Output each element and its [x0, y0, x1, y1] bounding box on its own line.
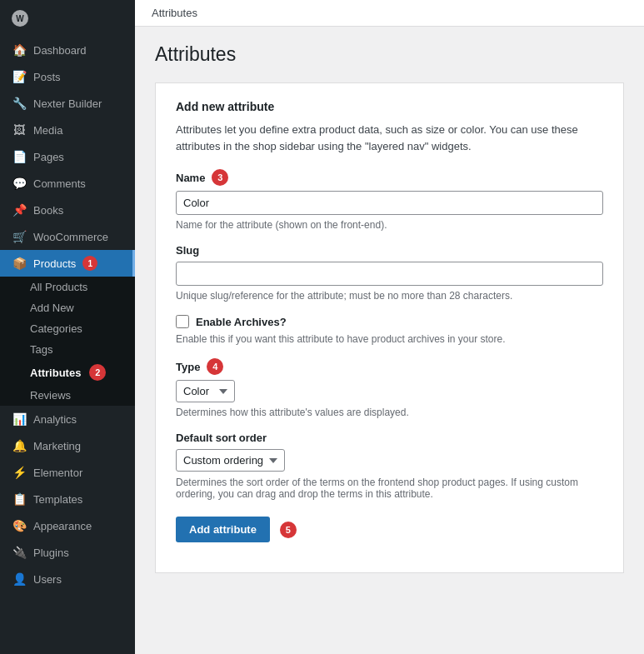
sidebar-item-posts[interactable]: 📝 Posts [0, 63, 135, 90]
wordpress-icon: W [12, 10, 28, 27]
dashboard-icon: 🏠 [12, 42, 27, 57]
sidebar-label-pages: Pages [33, 151, 64, 163]
sidebar-item-attributes[interactable]: Attributes 2 [0, 360, 135, 385]
sidebar-logo: W [0, 0, 135, 37]
enable-archives-hint: Enable this if you want this attribute t… [176, 333, 603, 345]
elementor-icon: ⚡ [12, 465, 27, 480]
sidebar-item-marketing[interactable]: 🔔 Marketing [0, 432, 135, 459]
woocommerce-icon: 🛒 [12, 229, 27, 244]
users-icon: 👤 [12, 572, 27, 587]
pages-icon: 📄 [12, 149, 27, 164]
sidebar-item-plugins[interactable]: 🔌 Plugins [0, 539, 135, 566]
sidebar-item-media[interactable]: 🖼 Media [0, 117, 135, 143]
sidebar-label-analytics: Analytics [33, 413, 77, 426]
type-step-badge: 4 [207, 358, 223, 375]
breadcrumb: Attributes [152, 7, 197, 19]
sidebar-item-analytics[interactable]: 📊 Analytics [0, 406, 135, 432]
sidebar-label-templates: Templates [33, 493, 82, 506]
attributes-badge: 2 [89, 364, 106, 381]
sidebar-item-books[interactable]: 📌 Books [0, 197, 135, 223]
books-icon: 📌 [12, 202, 27, 217]
sidebar-label-marketing: Marketing [33, 440, 81, 452]
products-icon: 📦 [12, 256, 27, 271]
analytics-icon: 📊 [12, 412, 27, 427]
sidebar: W 🏠 Dashboard 📝 Posts 🔧 Nexter Builder 🖼… [0, 0, 135, 654]
marketing-icon: 🔔 [12, 438, 27, 453]
section-title: Add new attribute [176, 100, 603, 113]
content-area: Attributes Add new attribute Attributes … [135, 27, 644, 654]
sidebar-label-dashboard: Dashboard [33, 44, 87, 57]
submit-step-badge: 5 [280, 522, 297, 538]
enable-archives-checkbox[interactable] [176, 315, 189, 328]
add-attribute-form: Add new attribute Attributes let you def… [155, 82, 624, 573]
type-field-row: Type 4 Color Select Text Determines how … [176, 358, 603, 418]
sidebar-label-appearance: Appearance [33, 520, 92, 532]
appearance-icon: 🎨 [12, 518, 27, 533]
products-badge: 1 [82, 256, 97, 271]
slug-input[interactable] [176, 262, 603, 286]
sidebar-label-posts: Posts [33, 71, 61, 83]
sidebar-item-nexter-builder[interactable]: 🔧 Nexter Builder [0, 90, 135, 117]
sidebar-label-plugins: Plugins [33, 547, 69, 559]
sidebar-item-pages[interactable]: 📄 Pages [0, 143, 135, 170]
sidebar-item-add-new[interactable]: Add New [0, 297, 135, 318]
main-content: Attributes Attributes Add new attribute … [135, 0, 644, 654]
topbar: Attributes [135, 0, 644, 27]
sort-hint: Determines the sort order of the terms o… [176, 477, 603, 500]
type-hint: Determines how this attribute's values a… [176, 407, 603, 418]
sort-order-row: Default sort order Custom ordering Name … [176, 432, 603, 500]
slug-label: Slug [176, 244, 603, 257]
type-select[interactable]: Color Select Text [176, 380, 235, 402]
enable-archives-row: Enable Archives? Enable this if you want… [176, 315, 603, 345]
page-title: Attributes [155, 43, 624, 66]
sidebar-item-comments[interactable]: 💬 Comments [0, 170, 135, 197]
add-attribute-button[interactable]: Add attribute [176, 517, 270, 542]
sidebar-item-reviews[interactable]: Reviews [0, 385, 135, 406]
sidebar-item-tags[interactable]: Tags [0, 339, 135, 360]
comments-icon: 💬 [12, 176, 27, 191]
sidebar-item-templates[interactable]: 📋 Templates [0, 486, 135, 512]
sidebar-label-nexter-builder: Nexter Builder [33, 97, 102, 110]
sidebar-label-books: Books [33, 204, 63, 217]
sidebar-item-dashboard[interactable]: 🏠 Dashboard [0, 37, 135, 63]
sidebar-item-appearance[interactable]: 🎨 Appearance [0, 512, 135, 539]
name-step-badge: 3 [212, 169, 228, 186]
sidebar-label-comments: Comments [33, 177, 86, 190]
submit-row: Add attribute 5 [176, 517, 603, 542]
posts-icon: 📝 [12, 69, 27, 84]
name-field-row: Name 3 Name for the attribute (shown on … [176, 169, 603, 231]
name-label: Name [176, 172, 205, 184]
name-input[interactable] [176, 191, 603, 215]
section-desc: Attributes let you define extra product … [176, 122, 603, 154]
sidebar-label-products: Products [33, 257, 76, 270]
slug-hint: Unique slug/reference for the attribute;… [176, 290, 603, 302]
templates-icon: 📋 [12, 492, 27, 507]
name-hint: Name for the attribute (shown on the fro… [176, 219, 603, 231]
sidebar-item-elementor[interactable]: ⚡ Elementor [0, 459, 135, 486]
sidebar-item-woocommerce[interactable]: 🛒 WooCommerce [0, 223, 135, 250]
sort-select[interactable]: Custom ordering Name Name (numeric) Term… [176, 449, 285, 472]
sort-label: Default sort order [176, 432, 603, 444]
sidebar-item-categories[interactable]: Categories [0, 318, 135, 339]
nexter-builder-icon: 🔧 [12, 96, 27, 111]
sidebar-label-elementor: Elementor [33, 467, 82, 479]
enable-archives-label[interactable]: Enable Archives? [196, 316, 287, 328]
type-label: Type [176, 361, 200, 373]
sidebar-item-users[interactable]: 👤 Users [0, 566, 135, 592]
plugins-icon: 🔌 [12, 545, 27, 560]
products-submenu: All Products Add New Categories Tags Att… [0, 277, 135, 406]
slug-field-row: Slug Unique slug/reference for the attri… [176, 244, 603, 302]
sidebar-item-products[interactable]: 📦 Products 1 [0, 250, 135, 277]
sidebar-label-users: Users [33, 573, 62, 586]
sidebar-label-woocommerce: WooCommerce [33, 231, 108, 243]
media-icon: 🖼 [12, 122, 27, 137]
sidebar-label-media: Media [33, 124, 62, 137]
sidebar-item-all-products[interactable]: All Products [0, 277, 135, 297]
